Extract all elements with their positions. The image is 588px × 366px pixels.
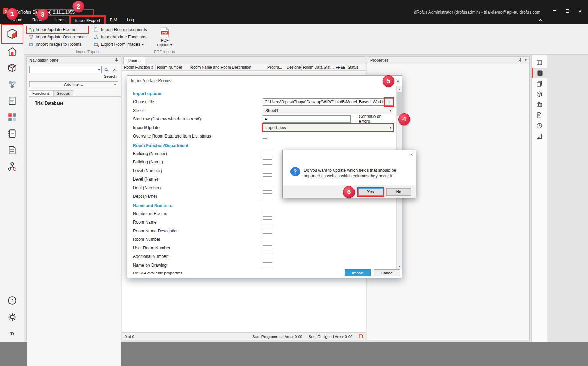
column-mapping-input[interactable] bbox=[263, 211, 272, 217]
sidebar-item-rooms-module[interactable] bbox=[2, 25, 23, 43]
tab-groups[interactable]: Groups bbox=[53, 90, 74, 96]
history-button[interactable] bbox=[532, 120, 547, 131]
pin-icon[interactable] bbox=[518, 58, 523, 62]
column-room-data-status[interactable]: Room Data Stat... bbox=[302, 64, 334, 70]
pin-icon[interactable] bbox=[114, 58, 119, 62]
yes-button[interactable]: Yes bbox=[358, 188, 383, 196]
sidebar-item-systems[interactable] bbox=[2, 125, 23, 142]
sidebar-item-logbook[interactable] bbox=[2, 142, 23, 158]
ribbon: Import/update Rooms Import/update Occurr… bbox=[24, 24, 588, 55]
sum-designed-area: Sum Designed Area: 0.00 bbox=[309, 335, 352, 339]
tab-functions[interactable]: Functions bbox=[29, 90, 53, 96]
model-button[interactable] bbox=[532, 89, 547, 99]
column-mapping-input[interactable] bbox=[263, 151, 272, 156]
column-designed[interactable]: Designe... bbox=[285, 64, 302, 70]
close-icon[interactable]: × bbox=[397, 78, 399, 84]
column-mapping-input[interactable] bbox=[263, 245, 272, 251]
search-icon[interactable] bbox=[103, 66, 110, 73]
import-room-documents-button[interactable]: Import Room documents bbox=[92, 26, 148, 33]
import-update-select[interactable]: Import new ▾ bbox=[263, 124, 393, 131]
tab-rooms-document[interactable]: Rooms bbox=[123, 57, 145, 64]
properties-grid-button[interactable] bbox=[532, 57, 547, 68]
sidebar-item-reports[interactable] bbox=[2, 109, 23, 125]
import-update-functions-button[interactable]: Import/update Functions bbox=[92, 34, 148, 41]
settings-button[interactable] bbox=[2, 309, 23, 325]
column-mapping-input[interactable] bbox=[263, 159, 272, 165]
maximize-button[interactable] bbox=[562, 7, 573, 15]
properties-toolbar: i bbox=[531, 55, 547, 342]
import-button[interactable]: Import bbox=[345, 269, 371, 276]
sidebar-item-items[interactable] bbox=[2, 59, 23, 76]
sidebar-item-room-list[interactable] bbox=[2, 43, 23, 59]
column-mapping-input[interactable] bbox=[263, 228, 272, 234]
sidebar-item-occurrences[interactable] bbox=[2, 76, 23, 92]
choose-file-input[interactable] bbox=[263, 98, 384, 106]
checkbox-label: Continue on errors bbox=[359, 114, 393, 124]
close-icon[interactable]: × bbox=[410, 152, 413, 157]
tab-import-export[interactable]: Import/Export bbox=[70, 16, 105, 24]
no-button[interactable]: No bbox=[386, 188, 411, 196]
ribbon-group-label-pdf-reports: PDF reports bbox=[152, 50, 177, 54]
documents-button[interactable] bbox=[532, 110, 547, 120]
choose-file-label: Choose file: bbox=[133, 99, 263, 104]
measure-button[interactable] bbox=[532, 131, 547, 141]
cancel-button[interactable]: Cancel bbox=[374, 269, 400, 276]
close-button[interactable]: × bbox=[575, 7, 585, 15]
column-mapping-input[interactable] bbox=[263, 219, 272, 225]
sidebar-item-organization[interactable] bbox=[2, 158, 23, 175]
checkbox[interactable] bbox=[353, 117, 357, 121]
column-mapping-input[interactable] bbox=[263, 176, 272, 182]
sidebar-item-documents[interactable] bbox=[2, 92, 23, 109]
scroll-down-icon[interactable]: ▾ bbox=[397, 263, 402, 269]
sheet-select[interactable]: Sheet1 ▾ bbox=[263, 107, 393, 114]
tab-bim[interactable]: BIM bbox=[105, 16, 122, 24]
column-mapping-input[interactable] bbox=[263, 237, 272, 242]
column-room-function[interactable]: Room Function # bbox=[122, 64, 156, 70]
import-update-rooms-button[interactable]: Import/update Rooms bbox=[27, 26, 88, 33]
close-icon[interactable]: × bbox=[525, 58, 527, 63]
search-link[interactable]: Search bbox=[27, 74, 117, 78]
minimize-button[interactable] bbox=[550, 7, 560, 15]
column-programmed[interactable]: Progra... bbox=[266, 64, 285, 70]
column-room-name[interactable]: Room Name and Room Description bbox=[189, 64, 266, 70]
field-label: Room Name bbox=[133, 220, 263, 225]
button-label: Export Room images bbox=[101, 42, 140, 47]
column-mapping-input[interactable] bbox=[263, 193, 272, 199]
add-filter-dropdown[interactable]: Add filter... ▾ bbox=[29, 81, 118, 87]
export-room-images-button[interactable]: Export Room images ▾ bbox=[92, 41, 148, 48]
pdf-reports-button[interactable]: PDF PDF reports ▾ bbox=[154, 26, 176, 47]
help-button[interactable]: ? bbox=[2, 292, 23, 309]
copies-button[interactable] bbox=[532, 78, 547, 89]
search-input[interactable]: ▾ bbox=[29, 66, 102, 73]
column-room-number[interactable]: Room Number bbox=[156, 64, 189, 70]
import-update-occurrences-button[interactable]: Import/update Occurrences bbox=[27, 34, 88, 41]
column-mapping-input[interactable] bbox=[263, 168, 272, 174]
images-button[interactable] bbox=[532, 99, 547, 110]
collapse-ribbon-icon[interactable] bbox=[538, 19, 542, 22]
camera-icon bbox=[536, 101, 543, 108]
browse-button[interactable]: ... bbox=[385, 98, 393, 106]
column-mapping-input[interactable] bbox=[263, 185, 272, 191]
scrollbar-thumb[interactable] bbox=[397, 92, 402, 116]
continue-on-errors-checkbox[interactable]: Continue on errors bbox=[353, 114, 393, 124]
tab-items[interactable]: Items bbox=[50, 16, 70, 24]
notebook-icon bbox=[7, 145, 18, 155]
door-icon[interactable] bbox=[359, 334, 364, 339]
import-images-to-rooms-button[interactable]: Import images to Rooms bbox=[27, 41, 88, 48]
expand-sidebar-button[interactable]: » bbox=[2, 325, 23, 342]
column-mapping-input[interactable] bbox=[263, 254, 272, 259]
clock-icon bbox=[536, 122, 543, 129]
field-label: Room Name Description bbox=[133, 228, 263, 233]
start-row-input[interactable] bbox=[263, 115, 351, 123]
info-icon: i bbox=[537, 70, 544, 77]
overwrite-checkbox[interactable] bbox=[263, 134, 267, 139]
clear-search-icon[interactable]: × bbox=[111, 66, 118, 73]
info-button[interactable]: i bbox=[532, 68, 547, 78]
message-text: Do you want to update which fields that … bbox=[304, 168, 409, 179]
start-row-label: Start row (first row with data to read): bbox=[133, 117, 263, 121]
tree-item-trial-database[interactable]: Trial Database bbox=[35, 101, 63, 106]
column-ffe-status[interactable]: FF&E: Status bbox=[334, 64, 365, 70]
column-mapping-input[interactable] bbox=[263, 262, 272, 268]
scroll-up-icon[interactable]: ▴ bbox=[397, 86, 402, 92]
tab-log[interactable]: Log bbox=[122, 16, 139, 24]
